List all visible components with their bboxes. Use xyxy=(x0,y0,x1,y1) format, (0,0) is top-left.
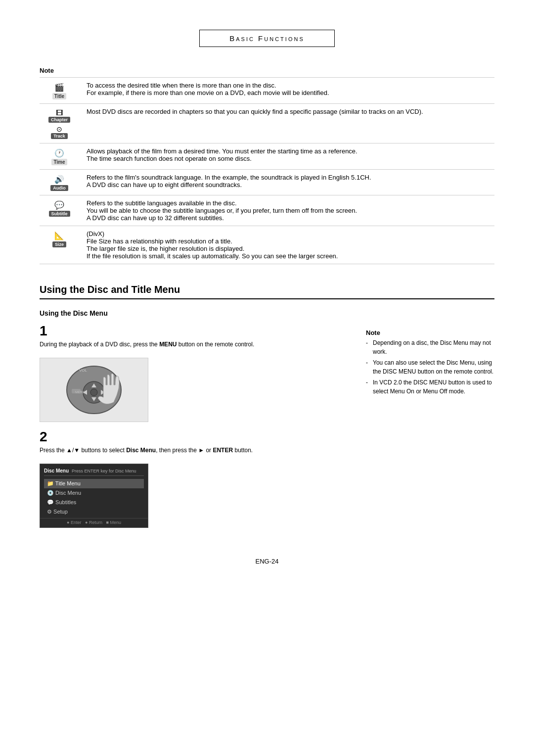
screen-menu-title: 📁 Title Menu xyxy=(44,479,144,488)
title-icon-label: Title xyxy=(52,93,66,99)
header-title-text: Basic Functions xyxy=(229,34,304,43)
chapter-badge: Chapter xyxy=(48,117,70,123)
time-icon-wrap: 🕐 Time xyxy=(44,148,74,165)
note-item-2: You can also use select the Disc Menu, u… xyxy=(366,358,494,376)
chapter-track-icon-wrap: 🎞 Chapter ⊙ Track xyxy=(44,109,74,139)
steps-left: 1 During the playback of a DVD disc, pre… xyxy=(40,324,351,528)
audio-text-cell: Refers to the film's soundtrack language… xyxy=(79,170,494,195)
table-row: 💬 Subtitle Refers to the subtitle langua… xyxy=(40,195,494,226)
remote-svg: VOL MENU xyxy=(49,363,138,417)
subtitle-text-3: A DVD disc can have up to 32 different s… xyxy=(87,214,490,222)
screen-footer: ● Enter ● Return ■ Menu xyxy=(40,518,148,525)
time-text-2: The time search function does not operat… xyxy=(87,155,490,162)
steps-note-label: Note xyxy=(366,329,494,336)
svg-text:VOL: VOL xyxy=(79,368,88,373)
disc-title-heading: Using the Disc and Title Menu xyxy=(40,284,494,299)
size-text-4: If the file resolution is small, it scal… xyxy=(87,252,490,260)
size-text-2: File Size has a relationship with resolu… xyxy=(87,237,490,245)
subtitle-icon-wrap: 💬 Subtitle xyxy=(44,200,74,217)
disc-menu-sub-heading: Using the Disc Menu xyxy=(40,309,494,317)
table-row: 🔊 Audio Refers to the film's soundtrack … xyxy=(40,170,494,195)
screen-header: Disc Menu Press ENTER key for Disc Menu xyxy=(44,468,144,476)
steps-right: Note Depending on a disc, the Disc Menu … xyxy=(366,324,494,528)
subtitle-text-1: Refers to the subtitle languages availab… xyxy=(87,199,490,207)
table-row: 🎬 Title To access the desired title when… xyxy=(40,78,494,104)
size-icon-label: Size xyxy=(52,241,66,247)
title-text-cell: To access the desired title when there i… xyxy=(79,78,494,104)
audio-icon-cell: 🔊 Audio xyxy=(40,170,79,195)
svg-point-7 xyxy=(90,389,97,396)
time-text-cell: Allows playback of the film from a desir… xyxy=(79,143,494,170)
subtitle-text-2: You will be able to choose the subtitle … xyxy=(87,207,490,214)
audio-icon-wrap: 🔊 Audio xyxy=(44,175,74,191)
steps-note-list: Depending on a disc, the Disc Menu may n… xyxy=(366,338,494,396)
screen-header-sub: Press ENTER key for Disc Menu xyxy=(72,469,136,473)
step-1-block: 1 During the playback of a DVD disc, pre… xyxy=(40,324,351,349)
chapter-track-text: Most DVD discs are recorded in chapters … xyxy=(87,108,490,115)
steps-area: 1 During the playback of a DVD disc, pre… xyxy=(40,324,494,528)
time-icon-cell: 🕐 Time xyxy=(40,143,79,170)
audio-icon-label: Audio xyxy=(50,185,68,191)
step-1-number: 1 xyxy=(40,324,351,338)
subtitle-icon-label: Subtitle xyxy=(49,211,70,217)
subtitle-icon-cell: 💬 Subtitle xyxy=(40,195,79,226)
title-icon-wrap: 🎬 Title xyxy=(44,83,74,99)
screen-menu-subtitles: 💬 Subtitles xyxy=(44,498,144,507)
table-row: 🕐 Time Allows playback of the film from … xyxy=(40,143,494,170)
page-footer: ENG-24 xyxy=(40,558,494,565)
steps-note-box: Note Depending on a disc, the Disc Menu … xyxy=(366,329,494,396)
time-icon-label: Time xyxy=(51,159,67,165)
size-text-cell: (DivX) File Size has a relationship with… xyxy=(79,226,494,264)
step-2-text: Press the ▲/▼ buttons to select Disc Men… xyxy=(40,446,351,455)
time-text-1: Allows playback of the film from a desir… xyxy=(87,147,490,155)
remote-control-image: VOL MENU xyxy=(40,358,148,422)
track-badge: Track xyxy=(51,133,68,139)
step-2-number: 2 xyxy=(40,430,351,444)
table-row: 🎞 Chapter ⊙ Track Most DVD discs are rec… xyxy=(40,104,494,143)
svg-rect-9 xyxy=(72,389,81,393)
size-icon-cell: 📐 Size xyxy=(40,226,79,264)
title-icon-cell: 🎬 Title xyxy=(40,78,79,104)
note-item-1: Depending on a disc, the Disc Menu may n… xyxy=(366,338,494,356)
page-header: Basic Functions xyxy=(40,30,494,47)
screen-menu-setup: ⚙ Setup xyxy=(44,507,144,517)
chapter-track-icon-cell: 🎞 Chapter ⊙ Track xyxy=(40,104,79,143)
step-2-block: 2 Press the ▲/▼ buttons to select Disc M… xyxy=(40,430,351,455)
note-item-3: In VCD 2.0 the DISC MENU button is used … xyxy=(366,378,494,396)
disc-menu-screen-image: Disc Menu Press ENTER key for Disc Menu … xyxy=(40,464,148,528)
audio-text-2: A DVD disc can have up to eight differen… xyxy=(87,181,490,189)
note-table: 🎬 Title To access the desired title when… xyxy=(40,77,494,264)
title-text-2: For example, if there is more than one m… xyxy=(87,89,490,96)
step-1-text: During the playback of a DVD disc, press… xyxy=(40,340,351,349)
size-icon-wrap: 📐 Size xyxy=(44,231,74,247)
page-number: ENG-24 xyxy=(256,558,279,565)
header-title: Basic Functions xyxy=(199,30,334,47)
title-text-1: To access the desired title when there i… xyxy=(87,82,490,89)
size-text-3: The larger file size is, the higher reso… xyxy=(87,245,490,252)
chapter-track-text-cell: Most DVD discs are recorded in chapters … xyxy=(79,104,494,143)
subtitle-text-cell: Refers to the subtitle languages availab… xyxy=(79,195,494,226)
note-label: Note xyxy=(40,67,494,74)
screen-menu-disc: 💿 Disc Menu xyxy=(44,488,144,498)
screen-disc-menu-label: Disc Menu xyxy=(44,468,69,473)
audio-text-1: Refers to the film's soundtrack language… xyxy=(87,174,490,181)
table-row: 📐 Size (DivX) File Size has a relationsh… xyxy=(40,226,494,264)
size-text-1: (DivX) xyxy=(87,230,490,237)
